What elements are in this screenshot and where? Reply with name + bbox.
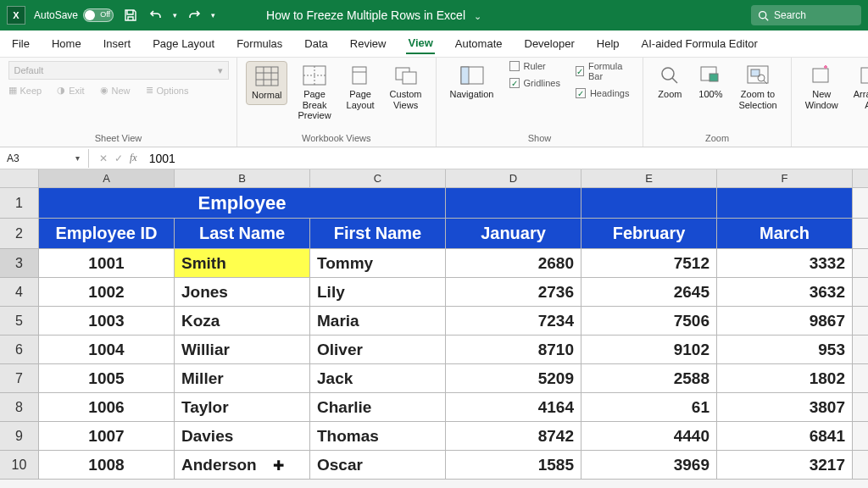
redo-dropdown-icon[interactable]: ▾ bbox=[211, 11, 215, 19]
cell-firstname[interactable]: Oscar bbox=[310, 451, 446, 479]
enter-formula-icon[interactable]: ✓ bbox=[114, 152, 123, 164]
col-header-a[interactable]: A bbox=[39, 169, 175, 187]
tab-page-layout[interactable]: Page Layout bbox=[151, 34, 216, 53]
formula-input[interactable] bbox=[144, 149, 868, 168]
cell-lastname[interactable]: Taylor bbox=[175, 393, 310, 421]
cell-id[interactable]: 1002 bbox=[39, 278, 175, 306]
undo-dropdown-icon[interactable]: ▾ bbox=[173, 11, 177, 19]
col-header-e[interactable]: E bbox=[581, 169, 717, 187]
custom-views-button[interactable]: Custom Views bbox=[385, 61, 427, 114]
cell-jan[interactable]: 1585 bbox=[446, 451, 581, 479]
tab-home[interactable]: Home bbox=[50, 34, 83, 53]
cell-jan[interactable]: 7234 bbox=[446, 307, 581, 335]
check-ruler[interactable]: Ruler bbox=[509, 61, 560, 71]
row-header[interactable]: 8 bbox=[0, 393, 39, 421]
row-header[interactable]: 5 bbox=[0, 307, 39, 335]
cell-id[interactable]: 1003 bbox=[39, 307, 175, 335]
zoom-button[interactable]: Zoom bbox=[652, 61, 687, 103]
cell-jan[interactable]: 2736 bbox=[446, 278, 581, 306]
new-window-button[interactable]: New Window bbox=[800, 61, 843, 114]
cell[interactable] bbox=[581, 188, 717, 218]
cell-lastname[interactable]: Miller bbox=[175, 364, 310, 392]
cell-jan[interactable]: 8742 bbox=[446, 422, 581, 450]
cell-mar[interactable]: 3632 bbox=[717, 278, 853, 306]
row-header[interactable]: 6 bbox=[0, 336, 39, 363]
cell-firstname[interactable]: Maria bbox=[310, 307, 446, 335]
hdr-last-name[interactable]: Last Name bbox=[175, 219, 310, 248]
cell-firstname[interactable]: Thomas bbox=[310, 422, 446, 450]
tab-help[interactable]: Help bbox=[595, 34, 621, 53]
name-box[interactable]: A3 ▾ bbox=[2, 149, 85, 168]
tab-file[interactable]: File bbox=[10, 34, 31, 53]
search-input[interactable] bbox=[774, 9, 842, 21]
tab-data[interactable]: Data bbox=[303, 34, 329, 53]
normal-view-button[interactable]: Normal bbox=[246, 61, 287, 105]
col-header-c[interactable]: C bbox=[310, 169, 446, 187]
hdr-march[interactable]: March bbox=[717, 219, 853, 248]
cell-mar[interactable]: 3332 bbox=[717, 249, 853, 277]
cell-lastname[interactable]: Koza bbox=[175, 307, 310, 335]
tab-review[interactable]: Review bbox=[348, 34, 388, 53]
arrange-all-button[interactable]: Arrange All bbox=[849, 61, 868, 114]
zoom-selection-button[interactable]: Zoom to Selection bbox=[733, 61, 782, 114]
row-header[interactable]: 1 bbox=[0, 188, 39, 218]
row-header[interactable]: 10 bbox=[0, 451, 39, 479]
save-icon[interactable] bbox=[122, 7, 139, 24]
cell-jan[interactable]: 8710 bbox=[446, 336, 581, 363]
cell-mar[interactable]: 1802 bbox=[717, 364, 853, 392]
cell-firstname[interactable]: Tommy bbox=[310, 249, 446, 277]
cell-id[interactable]: 1007 bbox=[39, 422, 175, 450]
row-header[interactable]: 4 bbox=[0, 278, 39, 306]
cell-feb[interactable]: 3969 bbox=[581, 451, 717, 479]
hdr-employee-id[interactable]: Employee ID bbox=[39, 219, 175, 248]
cell-firstname[interactable]: Oliver bbox=[310, 336, 446, 363]
cell-feb[interactable]: 4440 bbox=[581, 422, 717, 450]
cancel-formula-icon[interactable]: ✕ bbox=[99, 152, 108, 164]
page-break-preview-button[interactable]: Page Break Preview bbox=[292, 61, 336, 125]
cell-mar[interactable]: 953 bbox=[717, 336, 853, 363]
worksheet[interactable]: A B C D E F 1 Employee 2 Employee ID Las… bbox=[0, 169, 868, 480]
check-formula-bar[interactable]: ✓Formula Bar bbox=[576, 61, 629, 81]
page-layout-button[interactable]: Page Layout bbox=[342, 61, 380, 114]
navigation-button[interactable]: Navigation bbox=[445, 61, 499, 103]
row-header[interactable]: 3 bbox=[0, 249, 39, 277]
cell-feb[interactable]: 61 bbox=[581, 393, 717, 421]
cell-lastname[interactable]: Davies bbox=[175, 422, 310, 450]
document-title[interactable]: How to Freeze Multiple Rows in Excel ⌄ bbox=[266, 8, 481, 22]
cell[interactable] bbox=[717, 188, 853, 218]
cell-lastname[interactable]: Smith bbox=[175, 249, 310, 277]
tab-developer[interactable]: Developer bbox=[523, 34, 576, 53]
cell-lastname[interactable]: Jones bbox=[175, 278, 310, 306]
tab-view[interactable]: View bbox=[406, 33, 434, 54]
employee-title[interactable]: Employee bbox=[39, 188, 446, 218]
cell-jan[interactable]: 5209 bbox=[446, 364, 581, 392]
col-header-b[interactable]: B bbox=[175, 169, 310, 187]
redo-icon[interactable] bbox=[186, 7, 203, 24]
tab-automate[interactable]: Automate bbox=[453, 34, 504, 53]
cell-feb[interactable]: 7506 bbox=[581, 307, 717, 335]
chevron-down-icon[interactable]: ▾ bbox=[75, 153, 80, 163]
autosave-toggle[interactable]: Off bbox=[83, 8, 114, 22]
cell-mar[interactable]: 6841 bbox=[717, 422, 853, 450]
cell-jan[interactable]: 2680 bbox=[446, 249, 581, 277]
cell-lastname[interactable]: Williar bbox=[175, 336, 310, 363]
search-box[interactable] bbox=[751, 5, 861, 25]
cell-mar[interactable]: 3217 bbox=[717, 451, 853, 479]
row-header[interactable]: 7 bbox=[0, 364, 39, 392]
fx-icon[interactable]: fx bbox=[130, 152, 137, 164]
cell-firstname[interactable]: Charlie bbox=[310, 393, 446, 421]
hdr-first-name[interactable]: First Name bbox=[310, 219, 446, 248]
row-header[interactable]: 9 bbox=[0, 422, 39, 450]
cell-id[interactable]: 1001 bbox=[39, 249, 175, 277]
cell-id[interactable]: 1005 bbox=[39, 364, 175, 392]
cell-mar[interactable]: 3807 bbox=[717, 393, 853, 421]
cell[interactable] bbox=[446, 188, 581, 218]
col-header-d[interactable]: D bbox=[446, 169, 581, 187]
cell-feb[interactable]: 2645 bbox=[581, 278, 717, 306]
row-header[interactable]: 2 bbox=[0, 219, 39, 248]
hdr-january[interactable]: January bbox=[446, 219, 581, 248]
tab-formulas[interactable]: Formulas bbox=[235, 34, 284, 53]
cell-lastname[interactable]: Anderson bbox=[175, 451, 310, 479]
cell-id[interactable]: 1008 bbox=[39, 451, 175, 479]
hdr-february[interactable]: February bbox=[581, 219, 717, 248]
